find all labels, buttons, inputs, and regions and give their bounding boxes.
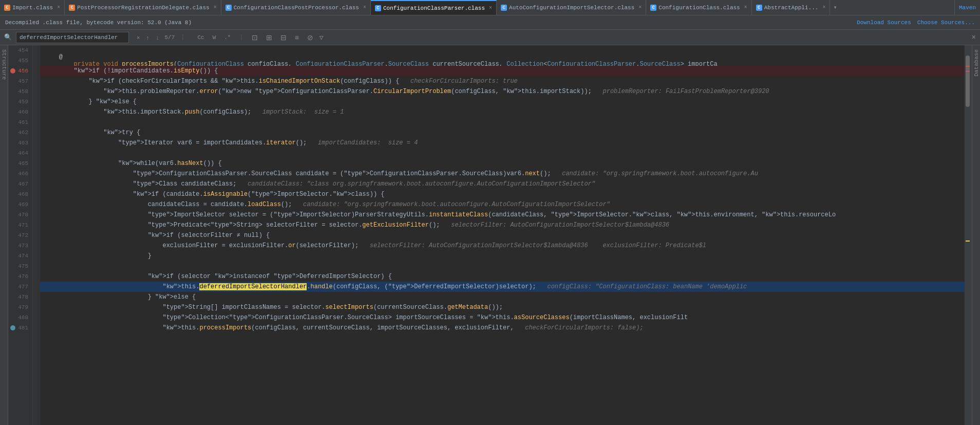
more-tabs-button[interactable]: ▾ xyxy=(830,4,840,11)
search-bar: 🔍 × ↑ ↓ 5/7 | Cc W .* | ⊡ ⊞ ⊟ ≡ ⊘ ▽ × xyxy=(0,30,980,45)
tab-label-import: Import.class xyxy=(12,5,53,11)
inline-hint: candidateClass: "class org.springframewo… xyxy=(236,180,595,188)
download-sources-link[interactable]: Download Sources xyxy=(857,20,911,26)
structure-tab[interactable]: Structure xyxy=(0,45,8,84)
code-line-472[interactable]: "kw">if (selectorFilter ≠ null) { xyxy=(40,230,965,241)
line-number-463: 463 xyxy=(8,138,32,148)
code-line-464[interactable] xyxy=(40,148,965,158)
case-sensitive-button[interactable]: Cc xyxy=(195,33,206,42)
code-line-458[interactable]: "kw">this.problemReporter.error("kw">new… xyxy=(40,86,965,97)
line-number-471: 471 xyxy=(8,220,32,230)
tab-close-postprocessor[interactable]: × xyxy=(214,5,217,10)
choose-sources-link[interactable]: Choose Sources... xyxy=(917,20,975,26)
code-line-467[interactable]: "type">Class candidateClass; candidateCl… xyxy=(40,179,965,189)
code-line-463[interactable]: "type">Iterator var6 = importCandidates.… xyxy=(40,138,965,148)
inline-hint: candidate: "org.springframework.boot.aut… xyxy=(292,201,610,208)
layout-button[interactable]: ≡ xyxy=(293,34,301,41)
tab-close-config-post[interactable]: × xyxy=(363,5,366,10)
pin-button[interactable]: ⊟ xyxy=(278,34,289,41)
code-line-457[interactable]: "kw">if (checkForCircularImports && "kw"… xyxy=(40,76,965,86)
tab-config-class[interactable]: C ConfigurationClass.class × xyxy=(646,0,751,15)
clear-search-button[interactable]: × xyxy=(135,34,141,41)
code-line-474[interactable]: } xyxy=(40,251,965,261)
code-line-479[interactable]: "type">String[] importClassNames = selec… xyxy=(40,302,965,312)
line-number-469: 469 xyxy=(8,199,32,210)
tab-label-config-parser: ConfigurationClassParser.class xyxy=(383,5,485,11)
code-line-470[interactable]: "type">ImportSelector selector = ("type"… xyxy=(40,210,965,220)
code-line-460[interactable]: "kw">this.importStack.push(configClass);… xyxy=(40,107,965,117)
left-panel: Structure xyxy=(0,45,8,425)
inline-hint: problemReporter: FailFastProblemReporter… xyxy=(592,88,769,95)
code-line-456[interactable]: "kw">if (!importCandidates.isEmpty()) { xyxy=(40,66,965,76)
decompile-notice: Decompiled .class file, bytecode version… xyxy=(5,20,192,26)
search-input[interactable] xyxy=(16,32,129,43)
code-line-465[interactable]: "kw">while(var6.hasNext()) { xyxy=(40,158,965,169)
tab-config-parser[interactable]: C ConfigurationClassParser.class × xyxy=(371,0,497,15)
tab-close-abstract[interactable]: × xyxy=(822,5,825,10)
tab-close-config-parser[interactable]: × xyxy=(489,5,492,11)
close-search-button[interactable]: × xyxy=(972,33,976,42)
code-line-475[interactable] xyxy=(40,261,965,271)
line-number-458: 458 xyxy=(8,86,32,97)
code-line-473[interactable]: exclusionFilter = exclusionFilter.or(sel… xyxy=(40,241,965,251)
tab-abstract-appli[interactable]: C AbstractAppli... × xyxy=(752,0,831,15)
line-number-455: 455 xyxy=(8,56,32,66)
line-number-466: 466 xyxy=(8,169,32,179)
tab-icon-abstract: C xyxy=(756,5,762,11)
tab-icon-import: C xyxy=(4,5,10,11)
scrollbar-thumb[interactable] xyxy=(966,56,970,107)
code-line-478[interactable]: } "kw">else { xyxy=(40,292,965,302)
inline-hint: selectorFilter: AutoConfigurationImportS… xyxy=(440,221,669,229)
separator-1: | xyxy=(181,34,184,41)
tab-config-post[interactable]: C ConfigurationClassPostProcessor.class … xyxy=(221,0,371,15)
code-line-481[interactable]: "kw">this.processImports(configClass, cu… xyxy=(40,323,965,333)
line-number-457: 457 xyxy=(8,76,32,86)
line-number-467: 467 xyxy=(8,179,32,189)
tab-close-autoconfig[interactable]: × xyxy=(638,5,642,10)
code-line-477[interactable]: "kw">this.deferredImportSelectorHandler.… xyxy=(40,282,965,292)
tab-icon-config-post: C xyxy=(225,5,232,11)
inline-hint: checkForCircularImports: false); xyxy=(514,324,644,331)
code-area: Reader Mode Structure 454455456457458459… xyxy=(0,45,980,425)
code-line-462[interactable]: "kw">try { xyxy=(40,127,965,138)
scrollbar-marker-1 xyxy=(966,66,970,67)
code-line-461[interactable] xyxy=(40,117,965,127)
notification-actions: Download Sources Choose Sources... xyxy=(857,20,975,26)
line-number-464: 464 xyxy=(8,148,32,158)
tab-autoconfig[interactable]: C AutoConfigurationImportSelector.class … xyxy=(497,0,646,15)
tab-icon-config-class: C xyxy=(650,5,656,11)
tab-postprocessor[interactable]: C PostProcessorRegistrationDelegate.clas… xyxy=(65,0,221,15)
code-line-468[interactable]: "kw">if (candidate.isAssignable("type">I… xyxy=(40,189,965,199)
database-tab[interactable]: Database xyxy=(972,45,981,81)
tab-import-class[interactable]: C Import.class × xyxy=(0,0,65,15)
code-line-476[interactable]: "kw">if (selector "kw">instanceof "type"… xyxy=(40,271,965,282)
prev-match-button[interactable]: ↑ xyxy=(144,34,150,41)
code-line-480[interactable]: "type">Collection<"type">ConfigurationCl… xyxy=(40,312,965,323)
whole-word-button[interactable]: W xyxy=(210,33,219,42)
scrollbar[interactable] xyxy=(965,45,972,425)
code-line-466[interactable]: "type">ConfigurationClassParser.SourceCl… xyxy=(40,169,965,179)
tab-label-config-class: ConfigurationClass.class xyxy=(658,5,740,11)
search-controls: × ↑ xyxy=(135,34,150,41)
line-number-475: 475 xyxy=(8,261,32,271)
next-match-button[interactable]: ↓ xyxy=(155,34,161,41)
code-line-469[interactable]: candidateClass = candidate.loadClass(); … xyxy=(40,199,965,210)
code-line-455[interactable]: @ private void processImports(Configurat… xyxy=(40,56,965,66)
tab-label-abstract: AbstractAppli... xyxy=(764,5,819,11)
expand-line-button[interactable]: ⊡ xyxy=(250,34,260,41)
code-line-459[interactable]: } "kw">else { xyxy=(40,97,965,107)
keep-button[interactable]: ⊞ xyxy=(264,34,274,41)
tab-close-config-class[interactable]: × xyxy=(744,5,747,10)
inline-hint: checkForCircularImports: true xyxy=(399,78,517,85)
filter-button[interactable]: ⊘ xyxy=(305,34,315,41)
regex-button[interactable]: .* xyxy=(221,33,233,42)
line-number-459: 459 xyxy=(8,97,32,107)
maven-tab[interactable]: Maven xyxy=(954,0,980,15)
notification-bar: Decompiled .class file, bytecode version… xyxy=(0,15,980,30)
line-number-480: 480 xyxy=(8,312,32,323)
tab-close-import[interactable]: × xyxy=(57,5,60,10)
code-content[interactable]: @ private void processImports(Configurat… xyxy=(40,45,965,425)
line-number-473: 473 xyxy=(8,241,32,251)
code-line-471[interactable]: "type">Predicate<"type">String> selector… xyxy=(40,220,965,230)
line-number-477: 477 xyxy=(8,282,32,292)
